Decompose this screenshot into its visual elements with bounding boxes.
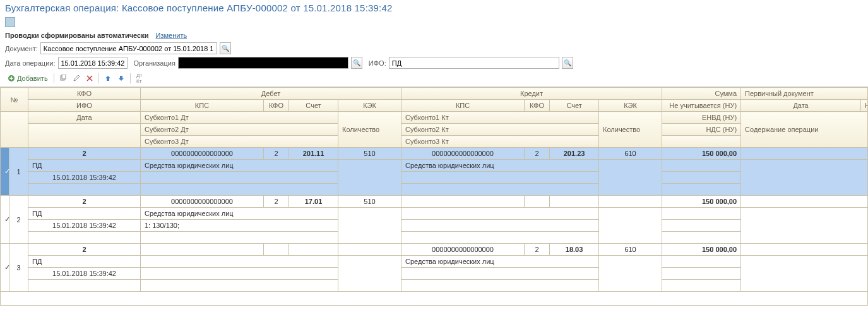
document-lookup-button[interactable]: 🔍 <box>220 42 231 54</box>
col-schet-dt[interactable]: Счет <box>289 100 338 112</box>
dtkt-icon: ДтКт <box>136 73 142 84</box>
edit-button[interactable] <box>71 73 82 84</box>
col-kfo-dt[interactable]: КФО <box>264 100 289 112</box>
col-qty-dt[interactable]: Количество <box>338 112 401 148</box>
change-link[interactable]: Изменить <box>156 32 187 39</box>
cell-kps-dt: 0000000000000000 <box>141 196 264 208</box>
magnifier-icon: 🔍 <box>353 59 360 66</box>
cell-sub3kt <box>401 184 599 196</box>
col-kps-dt[interactable]: КПС <box>141 100 264 112</box>
col-credit[interactable]: Кредит <box>401 88 662 100</box>
col-n[interactable]: № <box>1 88 28 112</box>
col-sub3kt[interactable]: Субконто3 Кт <box>401 136 599 148</box>
col-kps-kt[interactable]: КПС <box>401 100 525 112</box>
col-content[interactable]: Содержание операции <box>741 112 868 148</box>
col-sub1dt[interactable]: Субконто1 Дт <box>141 112 338 124</box>
ifo-input[interactable] <box>389 57 559 69</box>
grid-toolbar: Добавить ДтКт <box>0 70 868 87</box>
cell-qty-dt <box>338 208 401 244</box>
col-kek-kt[interactable]: КЭК <box>599 100 662 112</box>
page-title: Бухгалтерская операция: Кассовое поступл… <box>0 0 868 16</box>
cell-kek-dt <box>338 244 401 256</box>
add-button[interactable]: Добавить <box>5 73 51 84</box>
table-row[interactable]: ПД Средства юридических лиц <box>1 208 868 220</box>
svg-rect-2 <box>62 75 66 79</box>
col-sub2kt[interactable]: Субконто2 Кт <box>401 124 599 136</box>
cell-spacer <box>28 232 141 244</box>
table-row[interactable] <box>1 280 868 292</box>
col-envd[interactable]: ЕНВД (НУ) <box>662 112 741 124</box>
report-icon[interactable] <box>5 17 15 27</box>
col-qty-kt[interactable]: Количество <box>599 112 662 148</box>
cell-kfo: 2 <box>28 148 141 160</box>
cell-content <box>741 160 868 196</box>
col-ifo[interactable]: ИФО <box>28 100 141 112</box>
col-schet-kt[interactable]: Счет <box>550 100 599 112</box>
cell-kps-dt <box>141 244 264 256</box>
col-primdoc[interactable]: Первичный документ <box>741 88 868 100</box>
cell-schet-dt <box>289 244 338 256</box>
table-row[interactable]: 15.01.2018 15:39:42 <box>1 268 868 280</box>
col-sum[interactable]: Сумма <box>662 88 741 100</box>
col-kek-dt[interactable]: КЭК <box>338 100 401 112</box>
cross-icon <box>86 75 93 82</box>
ifo-lookup-button[interactable]: 🔍 <box>562 57 573 69</box>
date-input[interactable] <box>58 57 128 69</box>
col-sub3dt[interactable]: Субконто3 Дт <box>141 136 338 148</box>
table-row[interactable] <box>1 232 868 244</box>
col-daterow[interactable]: Дата <box>28 112 141 124</box>
col-kfo-kt[interactable]: КФО <box>525 100 550 112</box>
cell-content <box>741 256 868 292</box>
col-nu[interactable]: Не учитывается (НУ) <box>662 100 741 112</box>
cell-schet-kt <box>550 196 599 208</box>
col-kfo[interactable]: КФО <box>28 88 141 100</box>
cell-schet-dt: 201.11 <box>289 148 338 160</box>
cell-primdoc <box>741 196 868 208</box>
org-lookup-button[interactable]: 🔍 <box>351 57 362 69</box>
cell-envd <box>662 208 741 220</box>
row-mark[interactable]: ✓ <box>1 244 9 292</box>
cell-spacer <box>28 184 141 196</box>
cell-sub2kt <box>401 220 599 232</box>
table-row[interactable]: ✓ 2 2 0000000000000000 2 17.01 510 150 0… <box>1 196 868 208</box>
arrow-up-icon <box>104 75 112 82</box>
col-nds[interactable]: НДС (НУ) <box>662 124 741 136</box>
cell-n: 1 <box>9 148 28 196</box>
cell-spacer2 <box>662 280 741 292</box>
cell-nds <box>662 220 741 232</box>
col-nom[interactable]: Ном <box>861 100 868 112</box>
table-row[interactable]: ✓ 3 2 0000000000000000 2 18.03 610 150 0… <box>1 244 868 256</box>
cell-ifo: ПД <box>28 256 141 268</box>
org-input[interactable] <box>178 57 348 69</box>
entries-grid[interactable]: № КФО Дебет Кредит Сумма Первичный докум… <box>0 87 868 306</box>
cell-qty-kt <box>599 256 662 292</box>
row-mark[interactable]: ✓ <box>1 196 9 244</box>
col-sub1kt[interactable]: Субконто1 Кт <box>401 112 599 124</box>
cell-sub3dt <box>141 280 338 292</box>
cell-n: 3 <box>9 244 28 292</box>
delete-button[interactable] <box>84 73 95 84</box>
table-row[interactable]: ПД Средства юридических лиц Средства юри… <box>1 160 868 172</box>
cell-ifo: ПД <box>28 160 141 172</box>
copy-button[interactable] <box>57 73 69 84</box>
col-date[interactable]: Дата <box>741 100 861 112</box>
table-row[interactable]: 15.01.2018 15:39:42 1: 130/130; <box>1 220 868 232</box>
cell-envd <box>662 256 741 268</box>
cell-schet-dt: 17.01 <box>289 196 338 208</box>
dtkt-button[interactable]: ДтКт <box>134 73 145 84</box>
col-sub2dt[interactable]: Субконто2 Дт <box>141 124 338 136</box>
table-row[interactable]: 15.01.2018 15:39:42 <box>1 172 868 184</box>
cell-kfo-kt <box>525 196 550 208</box>
ifo-label: ИФО: <box>369 59 386 67</box>
row-mark[interactable]: ✓ <box>1 148 9 196</box>
move-down-button[interactable] <box>116 73 127 84</box>
table-row[interactable] <box>1 184 868 196</box>
add-button-label: Добавить <box>17 75 48 82</box>
col-debit[interactable]: Дебет <box>141 88 401 100</box>
table-row[interactable]: ПД Средства юридических лиц <box>1 256 868 268</box>
cell-sum: 150 000,00 <box>662 196 741 208</box>
move-up-button[interactable] <box>102 73 114 84</box>
cell-qty-dt <box>338 160 401 196</box>
table-row[interactable]: ✓ 1 2 0000000000000000 2 201.11 510 0000… <box>1 148 868 160</box>
document-input[interactable] <box>40 42 217 54</box>
